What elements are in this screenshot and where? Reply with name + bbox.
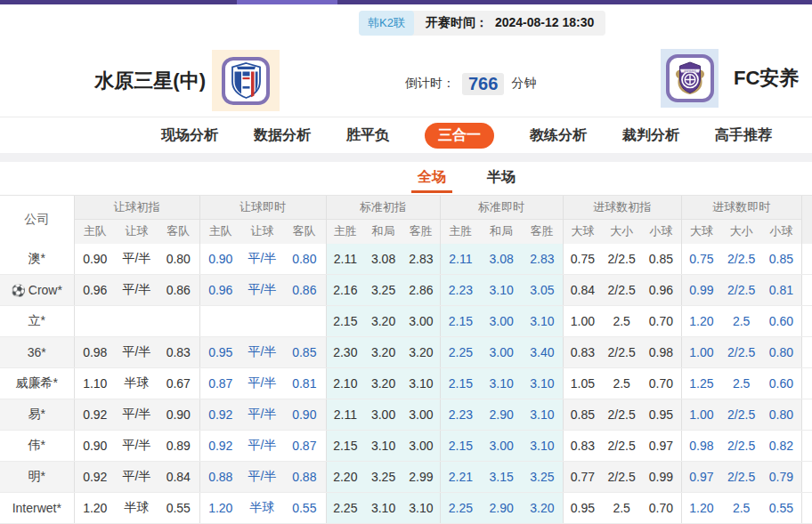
odds-cell: 1.20 <box>74 493 116 524</box>
odds-group-header: 标准初指 <box>326 196 440 220</box>
odds-cell: 0.90 <box>283 399 326 431</box>
company-cell[interactable]: 伟* <box>0 431 74 462</box>
odds-cell: 0.83 <box>158 337 199 368</box>
odds-cell: 2/2.5 <box>721 431 761 462</box>
odds-group-header: 让球初指 <box>74 196 199 220</box>
odds-cell: 0.70 <box>641 306 681 337</box>
nav-tab[interactable]: 胜平负 <box>346 126 389 145</box>
away-logo-frame: ANYANG <box>661 49 719 108</box>
odds-subcolumn-header: 小球 <box>641 220 681 244</box>
odds-cell: 3.08 <box>364 244 402 275</box>
nav-tab[interactable]: 数据分析 <box>254 126 311 145</box>
odds-cell: 平/半 <box>241 244 283 275</box>
odds-subcolumn-header: 大球 <box>563 220 602 244</box>
odds-cell: 0.81 <box>283 368 326 399</box>
odds-cell: 0.87 <box>283 431 326 462</box>
odds-cell: 0.99 <box>641 462 681 493</box>
soccer-ball-icon: ⚽ <box>12 284 26 297</box>
odds-subcolumn-header: 大球 <box>681 220 721 244</box>
countdown-unit: 分钟 <box>511 76 536 92</box>
odds-cell: 0.96 <box>199 275 241 306</box>
gutter-cell <box>801 431 812 462</box>
nav-tab[interactable]: 三合一 <box>425 123 494 149</box>
company-column-header: 公司 <box>0 196 74 244</box>
company-cell[interactable]: 立* <box>0 306 74 337</box>
odds-cell <box>241 306 283 337</box>
odds-cell: 0.95 <box>563 493 602 524</box>
odds-cell: 3.25 <box>522 462 563 493</box>
nav-tab[interactable]: 教练分析 <box>530 126 587 145</box>
odds-cell: 2.5 <box>721 368 761 399</box>
company-cell[interactable]: 澳* <box>0 244 74 275</box>
gutter-cell <box>801 275 812 306</box>
odds-cell: 0.98 <box>681 431 721 462</box>
nav-tab[interactable]: 裁判分析 <box>622 126 679 145</box>
odds-cell: 3.10 <box>364 431 402 462</box>
odds-cell: 平/半 <box>116 399 158 431</box>
odds-cell: 3.10 <box>522 368 563 399</box>
odds-cell: 0.80 <box>283 244 326 275</box>
odds-cell: 3.00 <box>481 306 522 337</box>
odds-cell: 0.75 <box>681 244 721 275</box>
odds-cell: 1.20 <box>681 306 721 337</box>
odds-cell: 3.00 <box>402 431 440 462</box>
gutter-cell <box>801 244 812 275</box>
period-subtab[interactable]: 半场 <box>487 162 516 195</box>
odds-cell: 0.92 <box>74 399 116 431</box>
odds-cell: 3.25 <box>364 462 402 493</box>
nav-tab[interactable]: 现场分析 <box>161 126 218 145</box>
odds-cell: 0.84 <box>158 462 199 493</box>
odds-cell: 0.84 <box>563 275 602 306</box>
odds-cell: 平/半 <box>116 244 158 275</box>
company-cell[interactable]: Interwet* <box>0 493 74 524</box>
odds-cell: 0.80 <box>158 244 199 275</box>
company-cell[interactable]: 明* <box>0 462 74 493</box>
odds-cell: 0.90 <box>199 244 241 275</box>
odds-cell: 2.86 <box>402 275 440 306</box>
odds-cell: 2/2.5 <box>602 275 641 306</box>
odds-cell: 3.00 <box>402 306 440 337</box>
odds-cell: 2.5 <box>721 306 761 337</box>
odds-cell: 2.23 <box>440 275 481 306</box>
odds-cell: 0.86 <box>283 275 326 306</box>
odds-table: 公司让球初指让球即时标准初指标准即时进球数初指进球数即时主队让球客队主队让球客队… <box>0 195 812 524</box>
period-subtab[interactable]: 全场 <box>418 162 446 195</box>
odds-subcolumn-header: 客胜 <box>402 220 440 244</box>
odds-cell: 0.70 <box>641 368 681 399</box>
odds-cell <box>158 306 199 337</box>
odds-cell: 3.08 <box>481 244 522 275</box>
odds-subcolumn-header: 和局 <box>364 220 402 244</box>
odds-cell <box>116 306 158 337</box>
odds-cell: 2/2.5 <box>721 337 761 368</box>
odds-cell: 1.20 <box>681 493 721 524</box>
odds-cell: 1.00 <box>681 399 721 431</box>
odds-subcolumn-header: 大小 <box>721 220 761 244</box>
odds-cell: 3.20 <box>402 337 440 368</box>
odds-cell: 0.55 <box>158 493 199 524</box>
company-cell[interactable]: 威廉希* <box>0 368 74 399</box>
odds-cell: 2.25 <box>440 493 481 524</box>
odds-cell: 3.20 <box>522 493 563 524</box>
odds-cell: 2.5 <box>721 493 761 524</box>
odds-cell: 3.10 <box>522 399 563 431</box>
odds-cell: 3.20 <box>364 368 402 399</box>
company-cell[interactable]: 易* <box>0 399 74 431</box>
odds-subcolumn-header: 让球 <box>241 220 283 244</box>
odds-cell: 2.15 <box>326 431 364 462</box>
company-cell[interactable]: ⚽Crow* <box>0 275 74 306</box>
match-info-pill: 韩K2联 开赛时间：2024-08-12 18:30 <box>359 11 605 36</box>
odds-cell: 0.99 <box>681 275 721 306</box>
fc-anyang-crest-icon: ANYANG <box>666 54 714 102</box>
analysis-nav: 现场分析数据分析胜平负三合一教练分析裁判分析高手推荐 <box>0 117 812 153</box>
odds-group-header: 进球数初指 <box>563 196 681 220</box>
odds-cell: 0.55 <box>761 493 801 524</box>
odds-cell: 平/半 <box>241 462 283 493</box>
nav-tab[interactable]: 高手推荐 <box>715 126 772 145</box>
odds-cell: 0.81 <box>761 275 801 306</box>
odds-cell: 2.25 <box>326 493 364 524</box>
odds-cell: 0.90 <box>74 431 116 462</box>
company-cell[interactable]: 36* <box>0 337 74 368</box>
gutter-cell <box>801 337 812 368</box>
odds-cell: 平/半 <box>241 368 283 399</box>
odds-cell: 2.20 <box>326 462 364 493</box>
